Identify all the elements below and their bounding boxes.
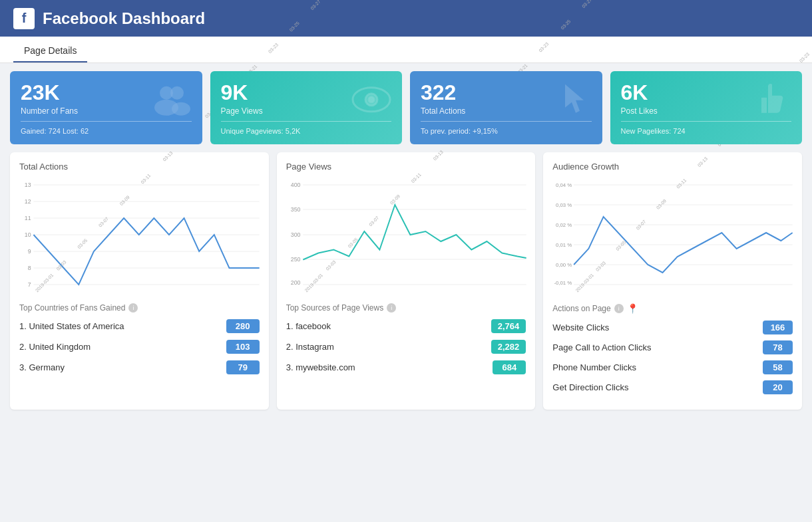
- stat-card-fans: 23K Number of Fans Gained: 724 Lost: 62: [10, 71, 202, 144]
- info-icon: i: [128, 303, 138, 313]
- action-item-1: Website Clicks 166: [552, 321, 793, 334]
- info-icon-2: i: [387, 303, 396, 313]
- main-content: 23K Number of Fans Gained: 724 Lost: 62 …: [0, 63, 812, 418]
- tab-bar: Page Details: [0, 37, 812, 63]
- page-views-chart: 400 350 300 250 200 2019-03-01 03-03: [286, 177, 526, 297]
- svg-text:0,03 %: 0,03 %: [556, 202, 572, 208]
- stat-card-pageviews: 9K Page Views Unique Pageviews: 5,2K: [210, 71, 403, 144]
- svg-text:0,04 %: 0,04 %: [556, 182, 572, 188]
- svg-text:400: 400: [290, 182, 300, 188]
- likes-sub: New Pagelikes: 724: [621, 127, 792, 135]
- action-badge-3: 58: [763, 360, 793, 374]
- source-badge-1: 2,764: [491, 319, 526, 333]
- actions-sub: To prev. period: +9,15%: [421, 127, 592, 135]
- source-badge-3: 684: [493, 360, 526, 374]
- pin-icon: 📍: [627, 303, 638, 314]
- top-sources-section: Top Sources of Page Views i 1. facebook …: [286, 303, 526, 374]
- actions-on-page-title: Actions on Page i 📍: [552, 303, 793, 314]
- audience-chart-title: Audience Growth: [552, 162, 793, 172]
- svg-text:11: 11: [25, 215, 31, 221]
- action-badge-2: 78: [763, 340, 793, 354]
- page-title: Facebook Dashboard: [43, 9, 205, 28]
- cursor-icon: [558, 81, 592, 126]
- pageviews-sub: Unique Pageviews: 5,2K: [221, 127, 392, 135]
- list-item: 1. facebook 2,764: [286, 319, 526, 333]
- fans-icon: [152, 81, 192, 126]
- svg-text:2019-03-01: 2019-03-01: [35, 273, 55, 293]
- source-badge-2: 2,282: [491, 340, 526, 354]
- svg-text:-0,01 %: -0,01 %: [554, 280, 572, 286]
- svg-text:13: 13: [25, 182, 31, 188]
- svg-text:0,00 %: 0,00 %: [556, 262, 572, 268]
- action-item-2: Page Call to Action Clicks 78: [552, 340, 793, 354]
- stat-cards-row: 23K Number of Fans Gained: 724 Lost: 62 …: [10, 71, 802, 144]
- svg-text:200: 200: [290, 279, 300, 286]
- svg-text:03-05: 03-05: [615, 239, 626, 251]
- facebook-logo-icon: f: [13, 8, 35, 29]
- svg-text:350: 350: [290, 206, 300, 213]
- list-item: 2. Instagram 2,282: [286, 340, 526, 354]
- list-item: 2. United Kingdom 103: [19, 340, 260, 354]
- country-badge-1: 280: [226, 319, 260, 333]
- svg-text:0,02 %: 0,02 %: [556, 222, 572, 228]
- svg-text:03-13: 03-13: [432, 150, 443, 162]
- header: f Facebook Dashboard: [0, 0, 812, 37]
- page-views-chart-title: Page Views: [286, 162, 526, 172]
- svg-text:03-11: 03-11: [676, 178, 687, 190]
- fans-sub: Gained: 724 Lost: 62: [21, 127, 192, 135]
- svg-point-6: [369, 97, 374, 102]
- info-icon-3: i: [614, 304, 624, 313]
- list-item: 3. Germany 79: [19, 360, 260, 374]
- svg-point-3: [172, 102, 190, 116]
- list-item: 1. United States of America 280: [19, 319, 260, 333]
- stat-card-actions: 322 Total Actions To prev. period: +9,15…: [410, 71, 602, 144]
- audience-chart: 0,04 % 0,03 % 0,02 % 0,01 % 0,00 % -0,01…: [552, 177, 793, 297]
- action-badge-1: 166: [763, 321, 793, 334]
- svg-text:03-09: 03-09: [656, 198, 667, 210]
- svg-text:03-03: 03-03: [325, 259, 336, 271]
- action-item-4: Get Direction Clicks 20: [552, 380, 793, 394]
- svg-text:10: 10: [25, 231, 31, 238]
- card-total-actions: Total Actions 13 12 11 10 9 8 7: [10, 152, 269, 410]
- list-item: 3. mywebsite.com 684: [286, 360, 526, 374]
- svg-text:03-07: 03-07: [368, 215, 379, 227]
- svg-text:2019-03-01: 2019-03-01: [575, 273, 595, 293]
- svg-text:9: 9: [28, 248, 31, 255]
- stat-card-likes: 6K Post Likes New Pagelikes: 724: [610, 71, 803, 144]
- action-item-3: Phone Number Clicks 58: [552, 360, 793, 374]
- top-countries-section: Top Countries of Fans Gained i 1. United…: [19, 303, 260, 374]
- bottom-row: Total Actions 13 12 11 10 9 8 7: [10, 152, 802, 410]
- svg-text:250: 250: [290, 256, 300, 263]
- svg-text:03-03: 03-03: [595, 260, 606, 272]
- actions-on-page-section: Actions on Page i 📍 Website Clicks 166 P…: [552, 303, 793, 394]
- total-actions-chart-title: Total Actions: [19, 162, 260, 172]
- svg-text:03-05: 03-05: [77, 238, 88, 250]
- card-page-views: Page Views 400 350 300 250 200: [277, 152, 536, 410]
- svg-text:03-09: 03-09: [119, 194, 130, 206]
- svg-text:2019-03-01: 2019-03-01: [304, 273, 323, 293]
- action-badge-4: 20: [763, 380, 793, 394]
- svg-text:0,01 %: 0,01 %: [556, 242, 572, 248]
- country-badge-2: 103: [226, 340, 260, 354]
- svg-text:7: 7: [28, 281, 31, 288]
- svg-marker-7: [565, 84, 584, 113]
- tab-page-details[interactable]: Page Details: [13, 40, 87, 63]
- svg-text:300: 300: [290, 231, 300, 238]
- svg-text:03-11: 03-11: [140, 173, 151, 185]
- svg-text:12: 12: [25, 198, 31, 205]
- total-actions-chart: 13 12 11 10 9 8 7: [19, 177, 260, 297]
- eye-icon: [351, 83, 391, 124]
- top-sources-title: Top Sources of Page Views i: [286, 303, 526, 313]
- svg-point-1: [170, 86, 184, 100]
- svg-text:03-13: 03-13: [162, 150, 173, 162]
- top-countries-title: Top Countries of Fans Gained i: [19, 303, 260, 313]
- svg-text:8: 8: [28, 265, 31, 271]
- svg-text:03-11: 03-11: [410, 172, 421, 184]
- card-audience: Audience Growth 0,04 % 0,03 % 0,02 % 0,0…: [543, 152, 802, 410]
- country-badge-3: 79: [226, 360, 260, 374]
- thumbsup-icon: [755, 81, 791, 126]
